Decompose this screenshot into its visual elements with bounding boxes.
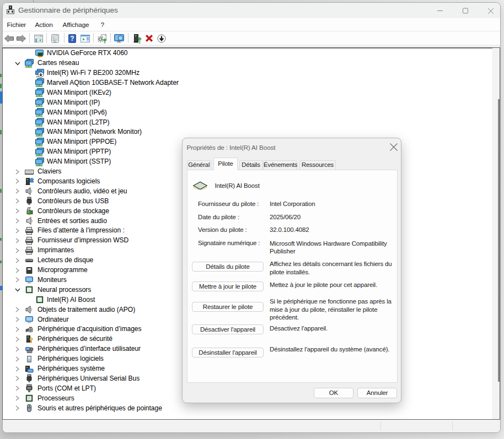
svg-text:?: ? bbox=[70, 35, 74, 42]
